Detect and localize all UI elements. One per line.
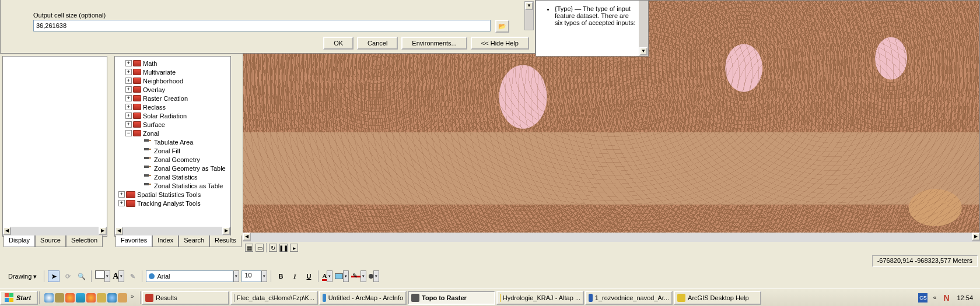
tree-toolset[interactable]: +Overlay bbox=[117, 85, 230, 94]
line-color-dropdown[interactable]: ▾ bbox=[360, 270, 366, 282]
taskbar-item[interactable]: Results bbox=[142, 291, 229, 305]
tree-toolbox[interactable]: +Tracking Analyst Tools bbox=[117, 199, 230, 207]
scroll-down-icon[interactable]: ▼ bbox=[639, 47, 648, 55]
expand-icon[interactable]: + bbox=[118, 200, 125, 206]
expand-icon[interactable]: + bbox=[125, 69, 132, 75]
rect-tool[interactable] bbox=[95, 270, 104, 279]
hide-help-button[interactable]: << Hide Help bbox=[471, 37, 529, 50]
scroll-right-icon[interactable]: ▶ bbox=[99, 227, 107, 235]
bold-button[interactable]: B bbox=[275, 270, 286, 282]
rotate-button[interactable]: ⟳ bbox=[62, 270, 74, 282]
cell-size-input[interactable] bbox=[33, 20, 491, 31]
tab-favorites[interactable]: Favorites bbox=[116, 235, 152, 247]
scroll-left-icon[interactable]: ◀ bbox=[3, 227, 11, 235]
tree-toolset[interactable]: +Multivariate bbox=[117, 68, 230, 76]
tree-toolset[interactable]: +Solar Radiation bbox=[117, 111, 230, 120]
toc-scrollbar[interactable]: ◀ ▶ bbox=[3, 227, 107, 236]
expand-icon[interactable]: + bbox=[125, 104, 132, 110]
help-scrollbar[interactable]: ▼ bbox=[639, 1, 648, 56]
zoom-button[interactable]: 🔍 bbox=[76, 270, 88, 282]
marker-color-dropdown[interactable]: ▾ bbox=[373, 270, 379, 282]
ql-desktop-icon[interactable] bbox=[55, 293, 64, 303]
scroll-right-icon[interactable]: ▶ bbox=[972, 233, 980, 241]
map-hscrollbar[interactable]: ◀ ▶ bbox=[243, 233, 980, 242]
tree-toolset[interactable]: +Neighborhood bbox=[117, 76, 230, 85]
taskbar-item[interactable]: Hydrologie_KRAJ - Altap ... bbox=[496, 291, 584, 305]
refresh-icon[interactable]: ↻ bbox=[269, 244, 277, 252]
tray-n-icon[interactable]: N bbox=[942, 293, 951, 303]
ql-folder-icon[interactable] bbox=[97, 293, 106, 303]
font-select[interactable]: Arial bbox=[146, 270, 233, 282]
tree-toolset[interactable]: +Raster Creation bbox=[117, 94, 230, 103]
tree-tool[interactable]: Zonal Fill bbox=[117, 146, 230, 155]
expand-icon[interactable]: + bbox=[125, 86, 132, 93]
expand-icon[interactable]: + bbox=[125, 95, 132, 101]
layout-view-icon[interactable]: ▭ bbox=[256, 244, 264, 252]
ql-mail-icon[interactable] bbox=[76, 293, 85, 303]
tray-expand-icon[interactable]: « bbox=[930, 293, 939, 303]
tab-source[interactable]: Source bbox=[35, 235, 66, 247]
tree-tool[interactable]: Zonal Geometry bbox=[117, 155, 230, 164]
italic-button[interactable]: I bbox=[289, 270, 300, 282]
expand-icon[interactable]: + bbox=[125, 121, 132, 128]
ql-overflow[interactable]: » bbox=[128, 293, 135, 303]
ql-ie-icon[interactable] bbox=[107, 293, 117, 303]
tab-index[interactable]: Index bbox=[152, 235, 178, 247]
scroll-left-icon[interactable]: ◀ bbox=[115, 227, 123, 235]
cancel-button[interactable]: Cancel bbox=[357, 37, 398, 50]
data-view-icon[interactable]: ▦ bbox=[245, 244, 253, 252]
font-size-select[interactable]: 10 bbox=[242, 270, 261, 282]
taskbar-item[interactable]: Topo to Raster bbox=[408, 291, 495, 305]
size-dropdown[interactable]: ▾ bbox=[261, 270, 267, 282]
underline-button[interactable]: U bbox=[303, 270, 314, 282]
drawing-menu[interactable]: Drawing▾ bbox=[5, 272, 40, 282]
expand-icon[interactable]: + bbox=[125, 78, 132, 84]
tree-toolset-zonal[interactable]: −Zonal bbox=[117, 129, 230, 138]
text-color-dropdown[interactable]: ▾ bbox=[327, 270, 332, 282]
text-dropdown[interactable]: ▾ bbox=[118, 270, 124, 282]
scroll-track[interactable] bbox=[11, 227, 99, 236]
tree-tool[interactable]: Tabulate Area bbox=[117, 138, 230, 146]
taskbar-item[interactable]: ArcGIS Desktop Help bbox=[674, 291, 761, 305]
scroll-down-icon[interactable]: ▼ bbox=[525, 2, 533, 10]
ok-button[interactable]: OK bbox=[323, 37, 354, 50]
tab-selection[interactable]: Selection bbox=[66, 235, 103, 247]
tree-toolset[interactable]: +Surface bbox=[117, 120, 230, 129]
collapse-icon[interactable]: − bbox=[125, 130, 132, 136]
tray-lang[interactable]: CS bbox=[918, 293, 928, 303]
ql-firefox-2-icon[interactable] bbox=[86, 293, 96, 303]
edit-vertices-button[interactable]: ✎ bbox=[127, 270, 138, 282]
browse-button[interactable]: 📂 bbox=[495, 20, 509, 33]
taskbar-item[interactable]: Untitled - ArcMap - ArcInfo bbox=[319, 291, 407, 305]
ql-firefox-icon[interactable] bbox=[65, 293, 75, 303]
fill-color-dropdown[interactable]: ▾ bbox=[343, 270, 349, 282]
start-button[interactable]: Start bbox=[0, 291, 38, 305]
tree-toolset[interactable]: +Reclass bbox=[117, 103, 230, 111]
dialog-vscrollbar[interactable]: ▼ bbox=[524, 1, 534, 30]
tree-scrollbar[interactable]: ◀ ▶ bbox=[115, 227, 230, 236]
expand-icon[interactable]: + bbox=[125, 112, 132, 119]
tab-display[interactable]: Display bbox=[4, 235, 35, 247]
scroll-track[interactable] bbox=[123, 227, 222, 236]
tray-clock[interactable]: 12:54 bbox=[953, 294, 977, 301]
scroll-right-icon[interactable]: ▶ bbox=[222, 227, 230, 235]
tree-tool[interactable]: Zonal Statistics as Table bbox=[117, 181, 230, 190]
tree-tool[interactable]: Zonal Statistics bbox=[117, 173, 230, 181]
step-icon[interactable]: ▸ bbox=[290, 244, 298, 252]
expand-icon[interactable]: + bbox=[118, 191, 125, 198]
tab-results[interactable]: Results bbox=[209, 235, 242, 247]
ql-app-icon[interactable] bbox=[118, 293, 127, 303]
tab-search[interactable]: Search bbox=[178, 235, 209, 247]
shape-dropdown[interactable]: ▾ bbox=[104, 270, 110, 282]
tree-toolset[interactable]: +Math bbox=[117, 59, 230, 68]
scroll-track[interactable] bbox=[251, 233, 972, 242]
taskbar-item[interactable]: 1_rozvodnice_navod_Ar... bbox=[585, 291, 673, 305]
environments-button[interactable]: Environments... bbox=[401, 37, 467, 50]
taskbar-item[interactable]: Flec_data_c\Home\Fzp\K... bbox=[230, 291, 318, 305]
tree-toolbox[interactable]: +Spatial Statistics Tools bbox=[117, 190, 230, 199]
expand-icon[interactable]: + bbox=[125, 60, 132, 66]
ql-globe-icon[interactable] bbox=[44, 293, 54, 303]
scroll-left-icon[interactable]: ◀ bbox=[243, 233, 251, 241]
pause-icon[interactable]: ❚❚ bbox=[279, 244, 288, 252]
font-dropdown[interactable]: ▾ bbox=[233, 270, 239, 282]
